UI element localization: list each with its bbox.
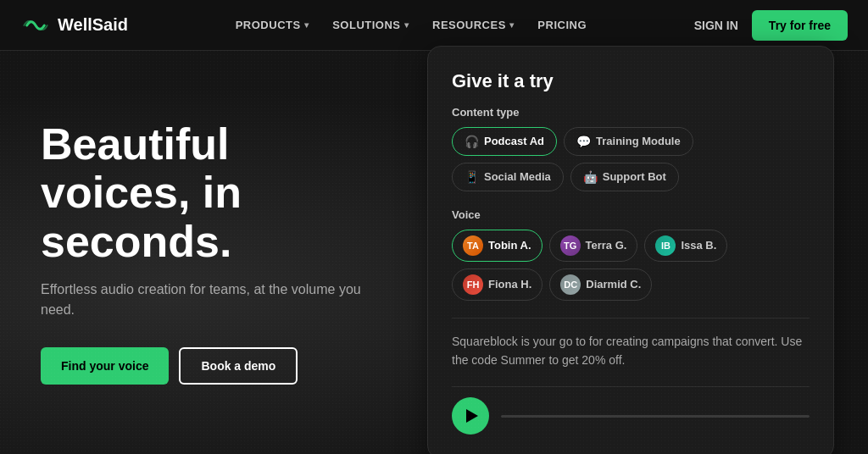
hero-subtitle: Effortless audio creation for teams, at … bbox=[41, 280, 366, 320]
nav-products[interactable]: PRODUCTS ▾ bbox=[227, 14, 317, 36]
hero-buttons: Find your voice Book a demo bbox=[41, 347, 366, 385]
audio-player bbox=[452, 386, 810, 435]
find-voice-button[interactable]: Find your voice bbox=[41, 347, 169, 385]
content-types: 🎧 Podcast Ad 💬 Training Module 📱 Social … bbox=[452, 127, 810, 191]
content-type-label: Content type bbox=[452, 106, 810, 119]
hero-title: Beautiful voices, in seconds. bbox=[41, 120, 366, 266]
hero-left: Beautiful voices, in seconds. Effortless… bbox=[0, 51, 407, 454]
voice-chip-fiona[interactable]: FH Fiona H. bbox=[452, 269, 542, 301]
phone-icon: 📱 bbox=[465, 170, 479, 184]
sign-in-link[interactable]: SIGN IN bbox=[694, 19, 738, 32]
logo-text: WellSaid bbox=[58, 15, 128, 35]
chevron-down-icon: ▾ bbox=[509, 20, 515, 30]
play-button[interactable] bbox=[452, 397, 489, 435]
logo-icon bbox=[20, 15, 51, 36]
play-icon bbox=[466, 409, 478, 423]
hero-section: Beautiful voices, in seconds. Effortless… bbox=[0, 51, 868, 454]
book-demo-button[interactable]: Book a demo bbox=[179, 347, 298, 385]
nav-right: SIGN IN Try for free bbox=[694, 10, 848, 41]
nav-solutions[interactable]: SOLUTIONS ▾ bbox=[324, 14, 417, 36]
nav-resources[interactable]: RESOURCES ▾ bbox=[424, 14, 522, 36]
chevron-down-icon: ▾ bbox=[404, 20, 409, 30]
logo[interactable]: WellSaid bbox=[20, 15, 128, 36]
content-chip-training[interactable]: 💬 Training Module bbox=[564, 127, 693, 156]
voice-chip-diarmid[interactable]: DC Diarmid C. bbox=[549, 269, 652, 301]
voices: TA Tobin A. TG Terra G. IB Issa B. FH Fi… bbox=[452, 230, 810, 301]
headphone-icon: 🎧 bbox=[465, 135, 479, 148]
hero-right: Give it a try Content type 🎧 Podcast Ad … bbox=[407, 51, 868, 454]
avatar-diarmid: DC bbox=[560, 274, 581, 295]
progress-bar[interactable] bbox=[501, 415, 810, 418]
nav-pricing[interactable]: PRICING bbox=[529, 14, 595, 36]
content-chip-social[interactable]: 📱 Social Media bbox=[452, 163, 564, 191]
nav-links: PRODUCTS ▾ SOLUTIONS ▾ RESOURCES ▾ PRICI… bbox=[155, 14, 667, 36]
chevron-down-icon: ▾ bbox=[304, 20, 309, 30]
chat-icon: 💬 bbox=[576, 135, 591, 148]
voice-chip-tobin[interactable]: TA Tobin A. bbox=[452, 230, 542, 262]
content-chip-support[interactable]: 🤖 Support Bot bbox=[570, 163, 679, 191]
demo-card: Give it a try Content type 🎧 Podcast Ad … bbox=[427, 46, 834, 454]
avatar-issa: IB bbox=[655, 235, 676, 256]
avatar-fiona: FH bbox=[463, 274, 483, 295]
voice-label: Voice bbox=[452, 208, 810, 221]
bot-icon: 🤖 bbox=[583, 170, 598, 184]
quote-text: Squareblock is your go to for creating c… bbox=[452, 318, 810, 370]
voice-chip-issa[interactable]: IB Issa B. bbox=[644, 230, 727, 262]
navbar: WellSaid PRODUCTS ▾ SOLUTIONS ▾ RESOURCE… bbox=[0, 0, 868, 51]
avatar-terra: TG bbox=[560, 235, 581, 256]
content-chip-podcast[interactable]: 🎧 Podcast Ad bbox=[452, 127, 557, 156]
voice-chip-terra[interactable]: TG Terra G. bbox=[549, 230, 638, 262]
avatar-tobin: TA bbox=[463, 235, 483, 256]
card-title: Give it a try bbox=[452, 70, 810, 92]
try-free-button[interactable]: Try for free bbox=[752, 10, 848, 41]
